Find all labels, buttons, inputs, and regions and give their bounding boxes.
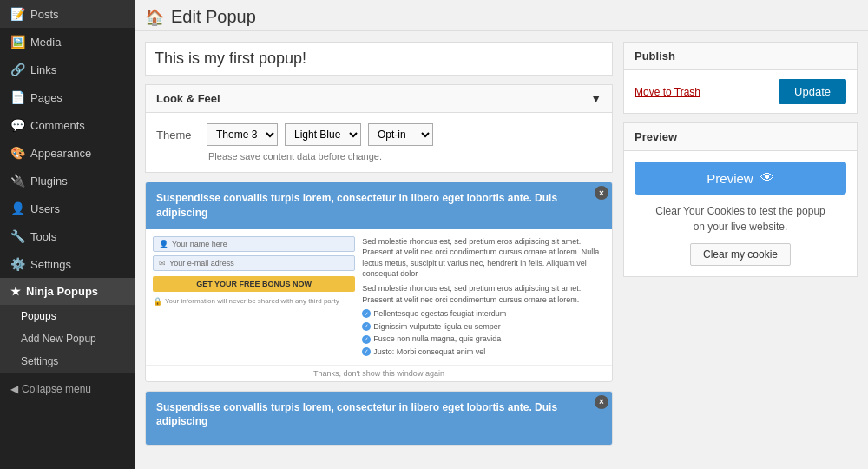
publish-box: Publish Move to Trash Update [623,42,858,114]
check-item-4: ✓Justo: Morbi consequat enim vel [362,347,605,358]
email-input-preview: ✉ Your e-mail adress [153,255,355,271]
wp-logo-icon: 🏠 [145,8,164,27]
check-item-1: ✓Pellentesque egestas feugiat interdum [362,308,605,320]
popup-body-text-area: Sed molestie rhoncus est, sed pretium er… [362,236,605,358]
main-area: 🏠 Edit Popup Look & Feel ▼ Theme Theme 3… [135,0,868,469]
popup-preview-card-1: × Suspendisse convallis turpis lorem, co… [145,182,613,382]
sidebar-item-ninja-popups[interactable]: ★ Ninja Popups [0,278,135,305]
pages-icon: 📄 [10,90,25,104]
collapse-menu-btn[interactable]: ◀ Collapse menu [0,376,135,402]
publish-header: Publish [624,43,857,70]
color-select[interactable]: Light Blue Dark Blue Green Red [285,123,361,146]
cookie-text: Clear Your Cookies to test the popupon y… [655,203,825,234]
popup-card-header-1: Suspendisse convallis turpis lorem, cons… [146,182,612,229]
user-icon-preview: 👤 [159,240,168,248]
theme-row: Theme Theme 3 Theme 1 Theme 2 Theme 4 Li… [156,123,602,146]
sidebar-item-plugins[interactable]: 🔌 Plugins [0,167,135,195]
checklist: ✓Pellentesque egestas feugiat interdum ✓… [362,308,605,357]
look-feel-body: Theme Theme 3 Theme 1 Theme 2 Theme 4 Li… [146,113,612,172]
type-select[interactable]: Opt-in Opt-out [368,123,433,146]
popup-close-btn-1[interactable]: × [595,186,608,200]
publish-body: Move to Trash Update [624,70,857,113]
users-icon: 👤 [10,201,25,215]
look-feel-section: Look & Feel ▼ Theme Theme 3 Theme 1 Them… [145,84,613,173]
page-title: Edit Popup [171,7,256,27]
clear-cookie-button[interactable]: Clear my cookie [690,243,791,266]
plugins-icon: 🔌 [10,174,25,188]
preview-box: Preview Preview 👁 Clear Your Cookies to … [623,122,858,277]
sidebar-item-settings[interactable]: ⚙️ Settings [0,250,135,278]
sidebar-sub-item-add-new[interactable]: Add New Popup [0,327,135,350]
popup-close-btn-2[interactable]: × [595,395,608,409]
sidebar-item-tools[interactable]: 🔧 Tools [0,222,135,250]
look-feel-collapse-icon[interactable]: ▼ [590,92,602,105]
sidebar-sub-item-settings[interactable]: Settings [0,350,135,373]
popup-card-header-2: Suspendisse convallis turpis lorem, cons… [146,392,612,439]
sidebar-sub-item-popups[interactable]: Popups [0,305,135,327]
page-header: 🏠 Edit Popup [135,0,868,31]
move-to-trash-link[interactable]: Move to Trash [635,86,700,98]
popup-form-area: 👤 Your name here ✉ Your e-mail adress GE… [153,236,355,358]
name-input-preview: 👤 Your name here [153,236,355,252]
sidebar-item-links[interactable]: 🔗 Links [0,56,135,83]
eye-icon: 👁 [760,170,774,186]
check-dot-4: ✓ [362,347,371,356]
preview-button[interactable]: Preview 👁 [635,162,846,195]
sidebar: 📝 Posts 🖼️ Media 🔗 Links 📄 Pages 💬 Comme… [0,0,135,469]
sidebar-item-pages[interactable]: 📄 Pages [0,83,135,111]
cta-button-preview: GET YOUR FREE BONUS NOW [153,276,355,292]
media-icon: 🖼️ [10,35,25,49]
preview-body: Preview 👁 Clear Your Cookies to test the… [624,151,857,276]
popup-card-body-1: 👤 Your name here ✉ Your e-mail adress GE… [146,229,612,365]
check-dot-3: ✓ [362,335,371,344]
preview-header: Preview [624,123,857,151]
sidebar-item-comments[interactable]: 💬 Comments [0,111,135,139]
look-feel-header: Look & Feel ▼ [146,85,612,113]
posts-icon: 📝 [10,7,25,21]
tools-icon: 🔧 [10,229,25,243]
comments-icon: 💬 [10,118,25,132]
ninja-popups-star-icon: ★ [10,285,21,298]
theme-select[interactable]: Theme 3 Theme 1 Theme 2 Theme 4 [207,123,278,146]
check-item-2: ✓Dignissim vulputate ligula eu semper [362,321,605,333]
update-button[interactable]: Update [779,79,846,104]
collapse-menu-arrow-icon: ◀ [10,383,18,395]
theme-label: Theme [156,129,200,142]
sidebar-item-media[interactable]: 🖼️ Media [0,28,135,56]
right-panel: Publish Move to Trash Update Preview Pre… [623,42,858,459]
check-dot-1: ✓ [362,309,371,318]
sidebar-item-appearance[interactable]: 🎨 Appearance [0,139,135,167]
check-item-3: ✓Fusce non nulla magna, quis gravida [362,334,605,345]
sidebar-sub-menu: Popups Add New Popup Settings [0,305,135,373]
content-area: Look & Feel ▼ Theme Theme 3 Theme 1 Them… [135,31,868,469]
links-icon: 🔗 [10,63,25,76]
popup-title-input[interactable] [145,42,613,76]
preview-label: Preview [707,171,753,186]
popup-card-footer-bar-2 [146,438,612,445]
check-dot-2: ✓ [362,322,371,331]
popup-card-footer-1[interactable]: Thanks, don't show this window again [146,365,612,381]
appearance-icon: 🎨 [10,146,25,160]
email-icon-preview: ✉ [159,259,166,268]
sidebar-item-users[interactable]: 👤 Users [0,195,135,222]
left-panel: Look & Feel ▼ Theme Theme 3 Theme 1 Them… [145,42,613,459]
settings-icon: ⚙️ [10,257,25,271]
save-note: Please save content data before change. [208,151,602,162]
sidebar-item-posts[interactable]: 📝 Posts [0,0,135,28]
popup-preview-card-2: × Suspendisse convallis turpis lorem, co… [145,391,613,446]
